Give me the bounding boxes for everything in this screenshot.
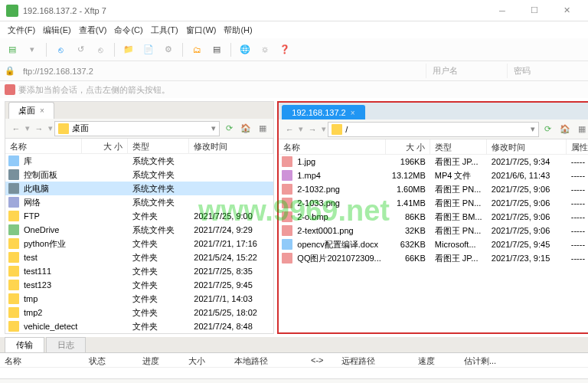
tab-transfer[interactable]: 传输 (5, 337, 44, 352)
local-path-input[interactable]: 桌面▾ (54, 121, 220, 136)
back-button[interactable]: ← (8, 121, 24, 136)
pc-icon (8, 183, 19, 194)
folder-icon (8, 211, 19, 221)
local-file-list[interactable]: 库系统文件夹控制面板系统文件夹此电脑系统文件夹网络系统文件夹FTP文件夹2021… (5, 154, 273, 333)
close-button[interactable]: ✕ (551, 2, 582, 20)
file-row[interactable]: 1.jpg196KB看图王 JP...2021/7/25, 9:34----- (279, 155, 588, 169)
file-row[interactable]: python作业文件夹2021/7/21, 17:16 (5, 237, 273, 250)
refresh-icon[interactable]: ⟳ (221, 121, 237, 136)
folder-icon (332, 124, 342, 135)
properties-icon[interactable]: ⚙ (161, 42, 176, 57)
file-row[interactable]: 网络系统文件夹 (5, 195, 273, 209)
file-row[interactable]: 控制面板系统文件夹 (5, 168, 273, 182)
img-icon (282, 225, 292, 236)
transfer-list[interactable] (0, 368, 588, 378)
pc-icon (8, 169, 19, 180)
img-icon (282, 253, 292, 264)
explore-icon[interactable]: ▦ (255, 121, 270, 136)
close-icon[interactable]: × (40, 106, 44, 115)
img-icon (282, 198, 292, 208)
img-icon (282, 211, 292, 222)
local-tab[interactable]: 桌面× (8, 102, 54, 119)
refresh-icon[interactable]: ⟳ (541, 122, 556, 137)
connect-icon[interactable]: ⎋ (53, 42, 68, 57)
open-icon[interactable]: ▾ (24, 42, 40, 57)
remote-header: 名称 大 小 类型 修改时间 属性 (279, 139, 588, 155)
options-icon[interactable]: ⛭ (257, 42, 273, 57)
remote-tab[interactable]: 192.168.137.2× (282, 105, 364, 119)
username-input[interactable]: 用户名 (426, 64, 502, 78)
file-row[interactable]: FTP文件夹2021/7/25, 9:00 (5, 209, 273, 223)
minimize-button[interactable]: ─ (487, 2, 518, 20)
menu-bar: 文件(F) 编辑(E) 查看(V) 命令(C) 工具(T) 窗口(W) 帮助(H… (0, 21, 588, 38)
menu-window[interactable]: 窗口(W) (183, 23, 220, 38)
file-row[interactable]: 2-o.bmp86KB看图王 BM...2021/7/25, 9:06----- (279, 210, 588, 224)
refresh-icon[interactable]: 🌐 (237, 42, 253, 57)
menu-view[interactable]: 查看(V) (76, 23, 110, 38)
forward-button[interactable]: → (31, 121, 47, 136)
file-row[interactable]: test文件夹2021/5/24, 15:22 (5, 250, 273, 264)
local-header: 名称 大 小 类型 修改时间 (5, 139, 273, 154)
file-row[interactable]: 2-1033.png1.41MB看图王 PN...2021/7/25, 9:06… (279, 196, 588, 210)
toolbar: ▤ ▾ ⎋ ↺ ⎋ 📁 📄 ⚙ 🗂 ▤ 🌐 ⛭ ❓ (0, 38, 588, 61)
explore-icon[interactable]: ▦ (574, 122, 588, 137)
address-input[interactable]: ftp://192.168.137.2 (20, 65, 421, 77)
menu-tool[interactable]: 工具(T) (148, 23, 181, 38)
lib-icon (8, 155, 19, 166)
menu-file[interactable]: 文件(F) (5, 23, 38, 38)
tab-log[interactable]: 日志 (46, 337, 86, 352)
home-icon[interactable]: 🏠 (238, 121, 253, 136)
newfolder-icon[interactable]: 📁 (121, 42, 136, 57)
new-session-icon[interactable]: ▤ (5, 42, 20, 57)
hint-text: 要添加当前会话，点击左侧的箭头按钮。 (18, 84, 170, 96)
menu-help[interactable]: 帮助(H) (220, 23, 255, 38)
reconnect-icon[interactable]: ⎋ (93, 42, 108, 57)
sync-icon[interactable]: 🗂 (189, 42, 204, 57)
menu-cmd[interactable]: 命令(C) (111, 23, 145, 38)
hint-bar: 要添加当前会话，点击左侧的箭头按钮。 (0, 81, 588, 98)
bookmark-icon[interactable] (5, 84, 15, 95)
folder-icon (8, 252, 19, 263)
disconnect-icon[interactable]: ↺ (73, 42, 88, 57)
transfer-tabs: 传输 日志 (0, 337, 588, 352)
folder-icon (8, 307, 19, 318)
remote-file-list[interactable]: 1.jpg196KB看图王 JP...2021/7/25, 9:34-----1… (279, 155, 588, 332)
folder-icon (8, 280, 19, 290)
remote-pane: 192.168.137.2× ←▾ →▾ /▾ ⟳ 🏠 ▦ 名称 大 小 类型 … (277, 101, 588, 334)
separator (182, 43, 183, 57)
file-row[interactable]: OneDrive系统文件夹2021/7/24, 9:29 (5, 223, 273, 237)
title-bar: 192.168.137.2 - Xftp 7 ─ ☐ ✕ (0, 0, 588, 21)
help-icon[interactable]: ❓ (277, 42, 292, 57)
doc-icon (282, 239, 292, 250)
maximize-button[interactable]: ☐ (519, 2, 550, 20)
file-row[interactable]: 1.mp413.12MBMP4 文件2021/6/6, 11:43----- (279, 169, 588, 182)
home-icon[interactable]: 🏠 (557, 122, 573, 137)
folder-icon (8, 238, 19, 249)
file-row[interactable]: opencv配置编译.docx632KBMicrosoft...2021/7/2… (279, 237, 588, 251)
view-icon[interactable]: ▤ (209, 42, 224, 57)
file-row[interactable]: 库系统文件夹 (5, 154, 273, 168)
file-row[interactable]: vehicle_detect文件夹2021/7/24, 8:48 (5, 319, 273, 333)
file-row[interactable]: 2-1032.png1.60MB看图王 PN...2021/7/25, 9:06… (279, 182, 588, 196)
drive-icon (8, 224, 19, 235)
window-title: 192.168.137.2 - Xftp 7 (23, 6, 487, 15)
file-row[interactable]: tmp文件夹2021/7/1, 14:03 (5, 292, 273, 306)
file-row[interactable]: test111文件夹2021/7/25, 8:35 (5, 264, 273, 278)
file-row[interactable]: QQ图片2021072309...66KB看图王 JP...2021/7/23,… (279, 251, 588, 265)
delete-icon[interactable]: 📄 (141, 42, 156, 57)
password-input[interactable]: 密码 (507, 64, 583, 78)
file-row[interactable]: 此电脑系统文件夹 (5, 182, 273, 195)
back-button[interactable]: ← (282, 122, 297, 137)
close-icon[interactable]: × (351, 109, 355, 117)
forward-button[interactable]: → (305, 122, 320, 137)
vid-icon (282, 170, 292, 181)
folder-icon (8, 293, 19, 304)
net-icon (8, 197, 19, 208)
remote-path-input[interactable]: /▾ (328, 122, 538, 137)
menu-edit[interactable]: 编辑(E) (40, 23, 74, 38)
file-row[interactable]: 2-text0001.png32KB看图王 PN...2021/7/25, 9:… (279, 224, 588, 237)
file-row[interactable]: test123文件夹2021/7/25, 9:45 (5, 278, 273, 292)
local-pane: 桌面× ←▾ →▾ 桌面▾ ⟳ 🏠 ▦ 名称 大 小 类型 修改时间 库系统文件… (5, 101, 274, 334)
file-row[interactable]: tmp2文件夹2021/5/25, 18:02 (5, 306, 273, 319)
address-bar: 🔒 ftp://192.168.137.2 用户名 密码 (0, 61, 588, 81)
